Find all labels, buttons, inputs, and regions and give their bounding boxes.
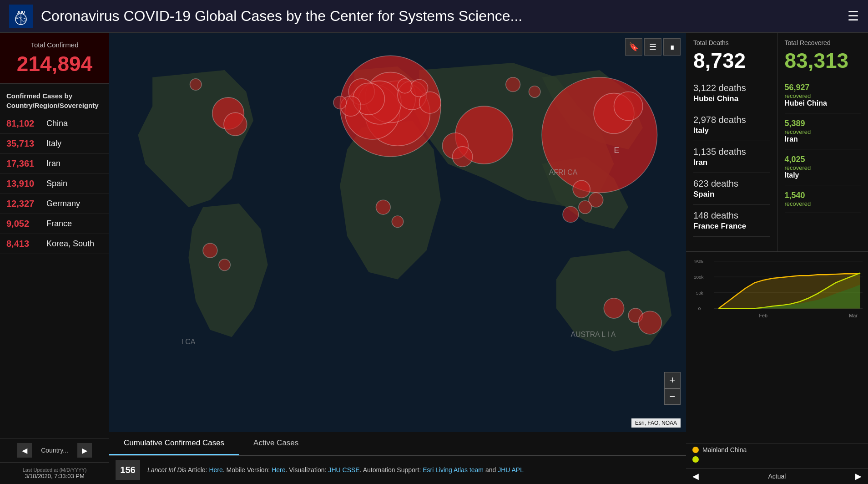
- country-name-5: France: [46, 219, 72, 229]
- jhu-apl-link[interactable]: JHU APL: [498, 466, 524, 474]
- chart-nav-label: Actual: [768, 473, 786, 480]
- country-item-2[interactable]: 17,361 Iran: [0, 154, 109, 174]
- chart-x-labels: [691, 322, 863, 323]
- mobile-link[interactable]: Here: [272, 466, 285, 474]
- country-item-1[interactable]: 35,713 Italy: [0, 134, 109, 154]
- list-button[interactable]: ☰: [644, 38, 661, 56]
- svg-text:Mar: Mar: [849, 313, 858, 318]
- right-panel: Total Deaths 8,732 3,122 deaths Hubei Ch…: [686, 33, 868, 484]
- legend-item-0: Mainland China: [692, 446, 862, 453]
- main-container: Total Confirmed 214,894 Confirmed Cases …: [0, 33, 868, 484]
- svg-text:E: E: [614, 146, 620, 155]
- deaths-item-1: 2,978 deaths Italy: [693, 109, 770, 141]
- country-item-0[interactable]: 81,102 China: [0, 114, 109, 134]
- svg-text:I CA: I CA: [182, 338, 196, 346]
- svg-point-37: [190, 79, 202, 90]
- svg-text:AUSTRA L I A: AUSTRA L I A: [570, 331, 616, 338]
- svg-text:50k: 50k: [696, 290, 703, 295]
- recovered-item-2: 4,025 recovered Italy: [785, 149, 861, 185]
- map-container[interactable]: E AFRI CA AUSTRA L I A I CA 🔖 ☰ ∎ + − Es…: [109, 33, 686, 432]
- deaths-number-2: 1,135 deaths: [693, 147, 770, 157]
- next-page-button[interactable]: ▶: [77, 443, 92, 458]
- deaths-item-0: 3,122 deaths Hubei China: [693, 77, 770, 109]
- deaths-number-3: 623 deaths: [693, 178, 770, 189]
- country-value-6: 8,413: [6, 239, 43, 249]
- country-item-4[interactable]: 12,327 Germany: [0, 194, 109, 214]
- page-label: Country...: [41, 447, 68, 454]
- last-updated-value: 3/18/2020, 7:33:03 PM: [6, 473, 103, 479]
- deaths-item-2: 1,135 deaths Iran: [693, 141, 770, 173]
- last-updated-label: Last Updated at (M/D/YYYY): [6, 467, 103, 473]
- svg-point-26: [573, 180, 590, 198]
- center-area: E AFRI CA AUSTRA L I A I CA 🔖 ☰ ∎ + − Es…: [109, 33, 686, 484]
- deaths-location-1: Italy: [693, 126, 770, 135]
- country-value-5: 9,052: [6, 219, 43, 229]
- tab-cumulative-confirmed[interactable]: Cumulative Confirmed Cases: [109, 432, 239, 455]
- legend-item-1: [692, 456, 862, 463]
- deaths-location-3: Spain: [693, 190, 770, 199]
- total-confirmed-label: Total Confirmed: [7, 41, 102, 49]
- recovered-value: 83,313: [785, 48, 861, 73]
- pagination: ◀ Country... ▶: [0, 438, 109, 462]
- deaths-value: 8,732: [693, 48, 770, 73]
- country-name-6: Korea, South: [46, 239, 94, 249]
- deaths-item-4: 148 deaths France France: [693, 205, 770, 237]
- prev-page-button[interactable]: ◀: [17, 443, 32, 458]
- map-toolbar: 🔖 ☰ ∎: [625, 38, 681, 56]
- confirmed-cases-title: Confirmed Cases by Country/Region/Sovere…: [0, 83, 109, 114]
- svg-point-36: [333, 96, 347, 109]
- deaths-item-3: 623 deaths Spain: [693, 173, 770, 205]
- info-text: Lancet Inf Dis Article: Here. Mobile Ver…: [147, 465, 524, 475]
- recovered-location-2: Italy: [785, 171, 861, 179]
- article-count: 156: [116, 460, 140, 480]
- jhu-csse-link[interactable]: JHU CSSE: [328, 466, 359, 474]
- country-item-3[interactable]: 13,910 Spain: [0, 174, 109, 194]
- deaths-location-4: France France: [693, 222, 770, 231]
- lancet-link[interactable]: Here: [209, 466, 222, 474]
- chart-nav: ◀ Actual ▶: [686, 468, 868, 484]
- jhu-logo: JHU: [9, 5, 33, 28]
- recovered-sublabel-0: recovered: [785, 92, 861, 99]
- zoom-out-button[interactable]: −: [664, 388, 681, 405]
- bookmark-button[interactable]: 🔖: [625, 38, 642, 56]
- country-name-0: China: [46, 119, 68, 128]
- legend-dot-1: [692, 456, 699, 463]
- grid-button[interactable]: ∎: [663, 38, 681, 56]
- country-value-3: 13,910: [6, 178, 43, 189]
- svg-point-13: [411, 79, 428, 97]
- info-row: 156 Lancet Inf Dis Article: Here. Mobile…: [109, 456, 686, 484]
- recovered-label: Total Recovered: [785, 39, 861, 46]
- svg-point-33: [203, 243, 217, 258]
- country-item-5[interactable]: 9,052 France: [0, 214, 109, 234]
- chart-next-button[interactable]: ▶: [855, 471, 862, 481]
- svg-point-25: [392, 216, 403, 227]
- menu-icon[interactable]: ☰: [848, 9, 859, 24]
- recovered-number-1: 5,389: [785, 119, 861, 128]
- deaths-panel: Total Deaths 8,732 3,122 deaths Hubei Ch…: [686, 33, 777, 251]
- svg-text:150k: 150k: [694, 259, 703, 264]
- svg-point-29: [563, 206, 579, 222]
- tab-active-cases[interactable]: Active Cases: [239, 432, 313, 455]
- svg-text:AFRI CA: AFRI CA: [549, 168, 578, 176]
- deaths-label: Total Deaths: [693, 39, 770, 46]
- svg-point-19: [614, 92, 643, 120]
- svg-point-30: [604, 298, 624, 318]
- sidebar: Total Confirmed 214,894 Confirmed Cases …: [0, 33, 109, 484]
- esri-link[interactable]: Esri Living Atlas team: [423, 466, 484, 474]
- chart-prev-button[interactable]: ◀: [692, 471, 699, 481]
- recovered-panel: Total Recovered 83,313 56,927 recovered …: [777, 33, 868, 251]
- chart-area: 150k 100k 50k 0 Feb Mar: [686, 251, 868, 443]
- deaths-number-0: 3,122 deaths: [693, 83, 770, 93]
- last-updated: Last Updated at (M/D/YYYY) 3/18/2020, 7:…: [0, 462, 109, 484]
- total-confirmed-box: Total Confirmed 214,894: [0, 33, 109, 83]
- svg-text:100k: 100k: [694, 275, 703, 280]
- country-item-6[interactable]: 8,413 Korea, South: [0, 234, 109, 254]
- trend-chart: 150k 100k 50k 0 Feb Mar: [691, 256, 863, 320]
- recovered-location-0: Hubei China: [785, 99, 861, 107]
- tabs-row: Cumulative Confirmed Cases Active Cases: [109, 432, 686, 456]
- svg-point-38: [506, 77, 520, 92]
- country-value-2: 17,361: [6, 158, 43, 169]
- svg-point-34: [219, 259, 230, 270]
- zoom-in-button[interactable]: +: [664, 372, 681, 388]
- recovered-item-0: 56,927 recovered Hubei China: [785, 77, 861, 113]
